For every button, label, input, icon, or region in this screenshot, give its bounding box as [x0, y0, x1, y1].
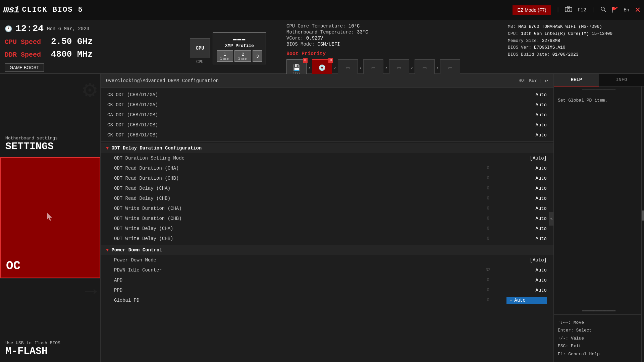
xmp-btn-3[interactable]: 3 [253, 50, 262, 62]
setting-name: ODT Write Duration (CHB) [114, 216, 483, 221]
setting-row[interactable]: ODT Duration Setting Mode[Auto] [101, 153, 553, 163]
section-collapse-icon[interactable]: ▼ [106, 247, 109, 253]
svg-line-4 [604, 10, 606, 12]
section-collapse-icon[interactable]: ▼ [106, 145, 109, 151]
xmp-btn-1[interactable]: 1 1 user [217, 50, 233, 62]
setting-row[interactable]: ODT Write Delay (CHB)0Auto [101, 234, 553, 244]
setting-row[interactable]: PDWN Idle Counter32Auto [101, 265, 553, 275]
setting-value[interactable]: [Auto] [493, 257, 547, 263]
edit-icon: ✏ [510, 298, 512, 303]
xmp-btn-2[interactable]: 2 2 user [234, 50, 251, 62]
setting-value[interactable]: ✏ Auto [493, 297, 547, 304]
setting-value[interactable]: Auto [493, 216, 547, 221]
top-bar: msi CLICK BIOS 5 EZ Mode (F7) | F12 | 🚩 … [0, 0, 644, 20]
mb-info-label: MB: [508, 24, 516, 29]
setting-value[interactable]: Auto [493, 176, 547, 181]
setting-name: CK ODT (CHB/D1/GA) [107, 102, 493, 108]
setting-value[interactable]: Auto [493, 236, 547, 241]
setting-row[interactable]: ODT Read Delay (CHB)0Auto [101, 193, 553, 203]
setting-value[interactable]: Auto [493, 196, 547, 201]
system-info: MB: MAG B760 TOMAHAWK WIFI (MS-7D96) CPU… [503, 20, 644, 73]
clock-icon: 🕐 [5, 25, 12, 33]
game-boost-button[interactable]: GAME BOOST [5, 63, 44, 72]
setting-offset: 0 [483, 196, 493, 201]
setting-row[interactable]: ODT Read Duration (CHB)0Auto [101, 173, 553, 183]
setting-row[interactable]: ODT Read Delay (CHA)0Auto [101, 183, 553, 193]
logo: msi CLICK BIOS 5 [3, 5, 83, 15]
sidebar-item-oc[interactable]: OC [0, 157, 100, 279]
sidebar-item-settings[interactable]: ⚙ Motherboard settings SETTINGS [0, 74, 100, 157]
cpu-temp-label: CPU Core Temperature: [286, 23, 345, 29]
content-area: Overclocking\Advanced DRAM Configuration… [101, 74, 553, 362]
setting-offset: 0 [483, 186, 493, 191]
cpu-info-value: 13th Gen Intel(R) Core(TM) i5-13400 [521, 31, 612, 36]
help-panel-collapse[interactable]: « [549, 212, 554, 226]
svg-point-1 [567, 8, 570, 11]
settings-list[interactable]: CS ODT (CHB/D1/GA)AutoCK ODT (CHB/D1/GA)… [101, 88, 553, 362]
setting-value[interactable]: Auto [493, 92, 547, 98]
setting-row[interactable]: ODT Read Duration (CHA)0Auto [101, 163, 553, 173]
setting-value[interactable]: Auto [493, 112, 547, 118]
setting-offset: 32 [483, 268, 493, 273]
setting-value[interactable]: [Auto] [493, 156, 547, 161]
language-label[interactable]: En [624, 7, 629, 13]
tab-help[interactable]: HELP [554, 74, 599, 86]
setting-row[interactable]: CK ODT (CHB/D1/GA)Auto [101, 100, 553, 110]
setting-row[interactable]: CS ODT (CHB/D1/GB)Auto [101, 120, 553, 130]
back-icon[interactable]: ↩ [545, 77, 548, 84]
setting-row[interactable]: Global PD0 ✏ Auto [101, 295, 553, 305]
setting-row[interactable]: ODT Write Duration (CHB)0Auto [101, 214, 553, 224]
setting-row[interactable]: ODT Write Duration (CHA)0Auto [101, 203, 553, 214]
setting-value[interactable]: Auto [493, 288, 547, 293]
setting-row[interactable]: PPD0Auto [101, 285, 553, 295]
svg-rect-2 [567, 6, 570, 7]
setting-offset: 0 [483, 166, 493, 171]
time-display: 12:24 [15, 23, 44, 34]
setting-value[interactable]: Auto [493, 166, 547, 171]
setting-value[interactable]: Auto [493, 206, 547, 211]
hotkey-bar: HOT KEY | ↩ [519, 77, 548, 84]
setting-row[interactable]: APD0Auto [101, 275, 553, 285]
msi-logo: msi [3, 5, 19, 15]
svg-point-3 [601, 7, 604, 10]
setting-offset: 0 [483, 298, 493, 303]
bios-build-value: 01/06/2023 [552, 52, 579, 57]
hotkey-label: HOT KEY [519, 78, 537, 83]
setting-offset: 0 [483, 288, 493, 293]
device-icon-4: ▭ [397, 64, 401, 71]
setting-name: Power Down Control [111, 247, 547, 253]
section-divider [101, 141, 553, 142]
search-icon[interactable] [600, 6, 606, 14]
sidebar-item-mflash[interactable]: → Use USB to flash BIOS M-FLASH [0, 278, 100, 362]
help-text: Set Global PD item. [558, 98, 607, 103]
setting-row[interactable]: ▼ Power Down Control [101, 245, 553, 255]
cpu-speed-row: CPU Speed 2.50 GHz [5, 37, 170, 47]
date-display: Mon 6 Mar, 2023 [47, 26, 89, 32]
setting-name: ODT Delay Duration Configuration [111, 145, 547, 151]
setting-value[interactable]: Auto [493, 186, 547, 191]
setting-row[interactable]: CA ODT (CHB/D1/GB)Auto [101, 110, 553, 120]
cpu-icon: CPU [190, 38, 210, 58]
setting-row[interactable]: ODT Write Delay (CHA)0Auto [101, 224, 553, 234]
setting-value[interactable]: Auto [493, 267, 547, 273]
ez-mode-button[interactable]: EZ Mode (F7) [513, 5, 551, 15]
setting-name: ODT Write Delay (CHB) [114, 236, 483, 241]
datetime-row: 🕐 12:24 Mon 6 Mar, 2023 [5, 23, 170, 34]
screenshot-icon[interactable] [565, 6, 572, 14]
setting-row[interactable]: CK ODT (CHB/D1/GB)Auto [101, 130, 553, 140]
click-bios-title: CLICK BIOS 5 [22, 6, 83, 14]
close-button[interactable]: ✕ [635, 6, 641, 14]
setting-value[interactable]: Auto [493, 102, 547, 108]
setting-row[interactable]: Power Down Mode[Auto] [101, 255, 553, 265]
setting-value[interactable]: Auto [493, 226, 547, 231]
nav-value: +/-: Value [558, 335, 640, 342]
setting-value[interactable]: Auto [493, 278, 547, 283]
setting-value[interactable]: Auto [493, 122, 547, 128]
help-nav: ↑↓←→: Move Enter: Select +/-: Value ESC:… [554, 314, 644, 362]
setting-row[interactable]: ▼ ODT Delay Duration Configuration [101, 143, 553, 153]
setting-row[interactable]: CS ODT (CHB/D1/GA)Auto [101, 90, 553, 100]
tab-info[interactable]: INFO [599, 74, 644, 86]
setting-value[interactable]: Auto [493, 132, 547, 138]
setting-name: PDWN Idle Counter [114, 267, 483, 273]
setting-offset: 0 [483, 278, 493, 283]
